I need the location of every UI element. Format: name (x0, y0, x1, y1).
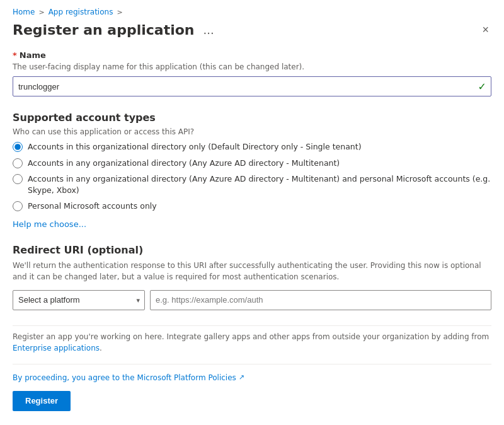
policy-text-before: By proceeding, you agree to the (13, 373, 135, 382)
microsoft-platform-policies-link[interactable]: Microsoft Platform Policies (137, 373, 236, 382)
radio-input-2[interactable] (13, 158, 23, 168)
radio-input-3[interactable] (13, 174, 23, 184)
platform-select-wrapper: Select a platform ▾ (13, 290, 145, 310)
radio-item-4[interactable]: Personal Microsoft accounts only (13, 201, 491, 212)
name-input[interactable] (13, 76, 491, 96)
name-description: The user-facing display name for this ap… (13, 62, 491, 71)
radio-item-2[interactable]: Accounts in any organizational directory… (13, 158, 491, 169)
radio-item-1[interactable]: Accounts in this organizational director… (13, 141, 491, 153)
radio-label-4: Personal Microsoft accounts only (28, 201, 157, 212)
input-check-icon: ✓ (478, 81, 486, 93)
account-types-section: Supported account types Who can use this… (13, 112, 491, 229)
page-title: Register an application (13, 22, 195, 38)
breadcrumb-sep1: > (38, 8, 44, 16)
bottom-note-text-before: Register an app you're working on here. … (13, 332, 489, 341)
close-button[interactable]: × (479, 21, 491, 38)
radio-input-4[interactable] (13, 201, 23, 211)
bottom-note: Register an app you're working on here. … (13, 325, 491, 354)
account-types-description: Who can use this application or access t… (13, 127, 491, 136)
radio-input-1[interactable] (13, 142, 23, 152)
name-label: *Name (13, 50, 491, 60)
breadcrumb-sep2: > (117, 8, 122, 16)
policy-text: By proceeding, you agree to the Microsof… (13, 373, 491, 382)
name-input-wrapper: ✓ (13, 76, 491, 96)
breadcrumb-app-registrations[interactable]: App registrations (49, 8, 113, 16)
radio-label-2: Accounts in any organizational directory… (28, 158, 340, 169)
breadcrumb: Home > App registrations > (13, 8, 491, 16)
radio-group: Accounts in this organizational director… (13, 141, 491, 212)
breadcrumb-home[interactable]: Home (13, 8, 35, 16)
radio-item-3[interactable]: Accounts in any organizational directory… (13, 173, 491, 195)
account-types-title: Supported account types (13, 112, 491, 124)
radio-label-3: Accounts in any organizational directory… (28, 173, 491, 195)
external-link-icon: ↗ (239, 373, 244, 381)
redirect-uri-input[interactable] (150, 290, 491, 310)
page-container: Home > App registrations > Register an a… (0, 0, 504, 425)
register-button[interactable]: Register (13, 391, 71, 411)
footer-section: By proceeding, you agree to the Microsof… (13, 364, 491, 411)
required-asterisk: * (13, 50, 17, 60)
bottom-note-text-after: . (100, 344, 102, 352)
header-row: Register an application ... × (13, 21, 491, 38)
redirect-uri-section: Redirect URI (optional) We'll return the… (13, 244, 491, 310)
header-left: Register an application ... (13, 22, 217, 38)
name-section: *Name The user-facing display name for t… (13, 50, 491, 96)
platform-select[interactable]: Select a platform (13, 290, 145, 310)
redirect-inputs-row: Select a platform ▾ (13, 290, 491, 310)
help-me-choose-link[interactable]: Help me choose... (13, 219, 86, 229)
enterprise-applications-link[interactable]: Enterprise applications (13, 344, 100, 352)
redirect-uri-description: We'll return the authentication response… (13, 260, 491, 282)
radio-label-1: Accounts in this organizational director… (28, 141, 362, 153)
redirect-uri-title: Redirect URI (optional) (13, 244, 491, 256)
more-options-icon[interactable]: ... (201, 22, 217, 38)
